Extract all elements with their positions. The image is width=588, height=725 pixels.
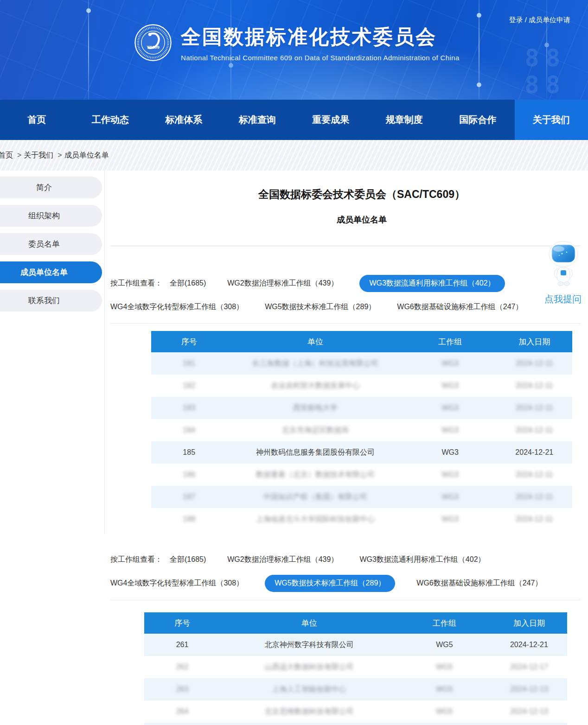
sidebar: 简介组织架构委员名单成员单位名单联系我们 xyxy=(0,171,105,534)
member-section-wg3: 按工作组查看：全部(1685)WG2数据治理标准工作组（439）WG3数据流通利… xyxy=(105,275,588,530)
row-workgroup: WG5 xyxy=(398,663,491,671)
table-row: 185神州数码信息服务集团股份有限公司WG32024-12-21 xyxy=(151,441,572,464)
row-workgroup: WG3 xyxy=(404,448,497,457)
row-join-date: 2024-12-17 xyxy=(491,663,567,671)
table-row: 183西安邮电大学WG32024-12-11 xyxy=(151,397,572,419)
row-unit: 北京思维数据科技有限公司 xyxy=(220,707,398,717)
breadcrumb: 首页>关于我们>成员单位名单 xyxy=(0,140,588,171)
nav-item-1[interactable]: 首页 xyxy=(0,100,74,140)
table-row: 182农业农村部大数据发展中心WG32024-12-11 xyxy=(151,375,572,397)
assistant-label[interactable]: 点我提问 xyxy=(541,293,585,305)
tc609-logo-icon: TC609 xyxy=(134,23,173,62)
column-header: 工作组 xyxy=(404,337,497,347)
sidebar-item-3[interactable]: 委员名单 xyxy=(0,233,102,255)
row-unit: 北京神州数字科技有限公司 xyxy=(220,640,398,650)
row-unit: 中国知识产权（集团）有限公司 xyxy=(227,492,403,502)
site-brand: TC609 全国数据标准化技术委员会 National Technical Co… xyxy=(134,23,460,62)
filter-row: WG4全域数字化转型标准工作组（308）WG5数据技术标准工作组（289）WG6… xyxy=(110,299,588,315)
column-header: 单位 xyxy=(227,337,403,347)
row-no: 187 xyxy=(151,493,227,501)
filter-row: 按工作组查看：全部(1685)WG2数据治理标准工作组（439）WG3数据流通利… xyxy=(110,275,588,292)
nav-item-6[interactable]: 规章制度 xyxy=(368,100,441,140)
filter-tab[interactable]: WG4全域数字化转型标准工作组（308） xyxy=(110,299,243,315)
row-no: 261 xyxy=(144,641,220,649)
table-header-row: 序号单位工作组加入日期 xyxy=(144,612,567,634)
filter-tab[interactable]: WG3数据流通利用标准工作组（402） xyxy=(359,552,485,568)
breadcrumb-item-3: 成员单位名单 xyxy=(64,151,109,160)
row-no: 188 xyxy=(151,515,227,523)
row-no: 186 xyxy=(151,471,227,479)
nav-item-8[interactable]: 关于我们 xyxy=(515,100,588,140)
row-join-date: 2024-12-11 xyxy=(497,426,572,434)
table-row: 187中国知识产权（集团）有限公司WG32024-12-11 xyxy=(151,486,572,508)
table-row: 265数据智能科技有限公司WG52024-12-21 xyxy=(144,723,567,725)
divider xyxy=(110,600,581,600)
column-header: 加入日期 xyxy=(497,337,572,347)
sidebar-item-4[interactable]: 成员单位名单 xyxy=(0,261,102,283)
row-join-date: 2024-12-11 xyxy=(497,493,572,501)
row-unit: 山西远大数据科技有限公司 xyxy=(220,662,398,672)
robot-mascot-icon[interactable] xyxy=(543,241,582,287)
column-header: 序号 xyxy=(151,337,227,347)
table-row: 186数据要素（北京）数据技术有限公司WG32024-12-11 xyxy=(151,464,572,486)
nav-item-7[interactable]: 国际合作 xyxy=(441,100,515,140)
filter-tab[interactable]: WG5数据技术标准工作组（289） xyxy=(265,575,395,592)
row-unit: 数据要素（北京）数据技术有限公司 xyxy=(227,470,403,480)
nav-item-2[interactable]: 工作动态 xyxy=(74,100,147,140)
nav-item-5[interactable]: 重要成果 xyxy=(294,100,368,140)
divider xyxy=(110,323,581,324)
main-nav: 首页工作动态标准体系标准查询重要成果规章制度国际合作关于我们 xyxy=(0,100,588,140)
row-join-date: 2024-12-13 xyxy=(491,707,567,716)
filter-tab[interactable]: WG5数据技术标准工作组（289） xyxy=(265,299,376,315)
row-join-date: 2024-12-21 xyxy=(491,641,567,649)
page-title: 全国数据标委会技术委员会（SAC/TC609） xyxy=(151,187,572,202)
row-no: 184 xyxy=(151,426,227,434)
ai-assistant[interactable]: 点我提问 xyxy=(541,241,585,305)
filter-label: 按工作组查看： xyxy=(110,279,162,288)
member-section-wg5: 按工作组查看：全部(1685)WG2数据治理标准工作组（439）WG3数据流通利… xyxy=(105,552,588,725)
filter-tab[interactable]: 全部(1685) xyxy=(170,275,206,292)
column-header: 加入日期 xyxy=(491,618,567,629)
row-unit: 长三角数据（上海）科技运营有限公司 xyxy=(227,359,403,369)
row-no: 183 xyxy=(151,404,227,412)
nav-item-3[interactable]: 标准体系 xyxy=(147,100,221,140)
table-row: 181长三角数据（上海）科技运营有限公司WG32024-12-11 xyxy=(151,352,572,375)
filter-tab[interactable]: WG2数据治理标准工作组（439） xyxy=(227,552,338,568)
row-join-date: 2024-12-11 xyxy=(497,471,572,479)
site-header: 8888 登录 / 成员单位申请 TC609 全国数据标准化技术委员会 Nati… xyxy=(0,0,588,100)
row-workgroup: WG3 xyxy=(404,471,497,479)
breadcrumb-item-2[interactable]: 关于我们 xyxy=(24,151,53,160)
login-member-apply-links[interactable]: 登录 / 成员单位申请 xyxy=(509,16,570,25)
table-row: 264北京思维数据科技有限公司WG52024-12-13 xyxy=(144,700,567,723)
sidebar-item-5[interactable]: 联系我们 xyxy=(0,290,102,312)
row-unit: 神州数码信息服务集团股份有限公司 xyxy=(227,448,403,458)
filter-tab[interactable]: WG4全域数字化转型标准工作组（308） xyxy=(110,575,243,591)
row-join-date: 2024-12-13 xyxy=(491,685,567,693)
row-no: 185 xyxy=(151,448,227,457)
table-row: 262山西远大数据科技有限公司WG52024-12-17 xyxy=(144,656,567,678)
page-subtitle: 成员单位名单 xyxy=(151,214,572,225)
column-header: 单位 xyxy=(220,618,398,629)
table-header-row: 序号单位工作组加入日期 xyxy=(151,331,572,352)
filter-tab[interactable]: WG6数据基础设施标准工作组（247） xyxy=(416,575,542,591)
filter-tab[interactable]: WG3数据流通利用标准工作组（402） xyxy=(359,275,505,292)
sidebar-item-1[interactable]: 简介 xyxy=(0,177,102,198)
row-workgroup: WG3 xyxy=(404,382,497,390)
breadcrumb-item-1[interactable]: 首页 xyxy=(0,151,13,160)
nav-item-4[interactable]: 标准查询 xyxy=(221,100,294,140)
decor-digits: 8888 xyxy=(524,45,567,98)
filter-tab[interactable]: WG2数据治理标准工作组（439） xyxy=(227,275,338,292)
site-subtitle-en: National Technical Committee 609 on Data… xyxy=(181,54,460,62)
row-workgroup: WG3 xyxy=(404,426,497,434)
filter-tab[interactable]: WG6数据基础设施标准工作组（247） xyxy=(397,299,523,315)
filter-row: 按工作组查看：全部(1685)WG2数据治理标准工作组（439）WG3数据流通利… xyxy=(110,552,588,568)
divider xyxy=(110,246,581,246)
filter-tab[interactable]: 全部(1685) xyxy=(170,552,206,568)
sidebar-item-2[interactable]: 组织架构 xyxy=(0,205,102,227)
table-row: 263上海人工智能创新中心WG52024-12-13 xyxy=(144,678,567,700)
breadcrumb-separator: > xyxy=(58,151,62,159)
row-join-date: 2024-12-11 xyxy=(497,382,572,390)
column-header: 工作组 xyxy=(398,618,491,629)
row-workgroup: WG5 xyxy=(398,707,491,716)
site-title: 全国数据标准化技术委员会 xyxy=(181,24,460,51)
